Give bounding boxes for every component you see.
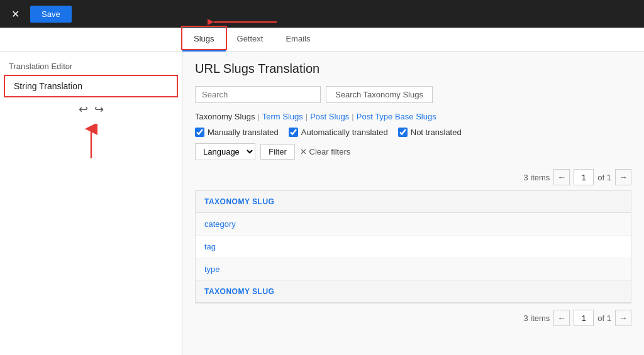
language-dropdown[interactable]: Language [195, 143, 255, 160]
sep3: | [352, 112, 353, 121]
page-input-top[interactable] [574, 169, 594, 185]
sidebar: Translation Editor String Translation ↩ … [0, 52, 182, 355]
top-bar: ✕ Save [0, 0, 644, 28]
total-pages-bottom: of 1 [597, 314, 611, 323]
sep1: | [257, 112, 259, 121]
sidebar-editor-label[interactable]: Translation Editor [0, 58, 182, 75]
total-pages-top: of 1 [597, 173, 611, 182]
main-layout: Translation Editor String Translation ↩ … [0, 52, 644, 355]
pagination-top: 3 items ← of 1 → [195, 169, 631, 185]
search-taxonomy-button[interactable]: Search Taxonomy Slugs [326, 86, 433, 103]
table-row[interactable]: tag [196, 236, 631, 258]
tab-gettext[interactable]: Gettext [226, 28, 275, 52]
sidebar-arrows: ↩ ↪ [0, 97, 182, 121]
sep2: | [306, 112, 308, 121]
taxonomy-slugs-label: Taxonomy Slugs [195, 112, 255, 121]
auto-translated-checkbox[interactable]: Automatically translated [289, 128, 388, 137]
sidebar-string-translation[interactable]: String Translation [4, 75, 178, 97]
filter-button[interactable]: Filter [260, 144, 295, 160]
items-count-top: 3 items [523, 173, 550, 182]
items-count-bottom: 3 items [523, 314, 550, 323]
slug-table: TAXONOMY SLUG category tag type TAXONOMY… [195, 190, 631, 303]
redo-button[interactable]: ↪ [94, 102, 104, 116]
filter-links: Taxonomy Slugs | Term Slugs | Post Slugs… [195, 112, 631, 121]
term-slugs-link[interactable]: Term Slugs [262, 112, 303, 121]
post-type-base-slugs-link[interactable]: Post Type Base Slugs [357, 112, 436, 121]
filter-row: Language Filter ✕ Clear filters [195, 143, 631, 160]
pagination-bottom: 3 items ← of 1 → [195, 310, 631, 326]
search-row: Search Taxonomy Slugs [195, 86, 631, 103]
page-title: URL Slugs Translation [195, 62, 631, 76]
close-button[interactable]: ✕ [8, 6, 23, 21]
next-page-top[interactable]: → [615, 169, 631, 185]
not-translated-label: Not translated [411, 128, 462, 137]
undo-button[interactable]: ↩ [79, 102, 88, 116]
save-button[interactable]: Save [30, 6, 72, 23]
clear-filters[interactable]: ✕ Clear filters [300, 147, 350, 156]
manually-translated-label: Manually translated [208, 128, 279, 137]
table-row[interactable]: category [196, 213, 631, 236]
page-input-bottom[interactable] [574, 310, 594, 326]
clear-filters-label: Clear filters [309, 147, 351, 156]
search-input[interactable] [195, 86, 321, 103]
tab-bar: Slugs Gettext Emails [0, 28, 644, 52]
not-translated-checkbox[interactable]: Not translated [398, 128, 462, 137]
post-slugs-link[interactable]: Post Slugs [310, 112, 349, 121]
checkbox-row: Manually translated Automatically transl… [195, 128, 631, 137]
prev-page-bottom[interactable]: ← [553, 310, 570, 326]
table-footer-header: TAXONOMY SLUG [196, 281, 631, 303]
tab-emails[interactable]: Emails [274, 28, 321, 52]
tab-slugs[interactable]: Slugs [182, 28, 226, 52]
table-row[interactable]: type [196, 258, 631, 281]
auto-translated-label: Automatically translated [301, 128, 388, 137]
table-header: TAXONOMY SLUG [196, 191, 631, 213]
next-page-bottom[interactable]: → [615, 310, 631, 326]
prev-page-top[interactable]: ← [553, 169, 570, 185]
up-arrow-annotation [79, 124, 104, 161]
content-area: URL Slugs Translation Search Taxonomy Sl… [182, 52, 644, 355]
manually-translated-checkbox[interactable]: Manually translated [195, 128, 279, 137]
